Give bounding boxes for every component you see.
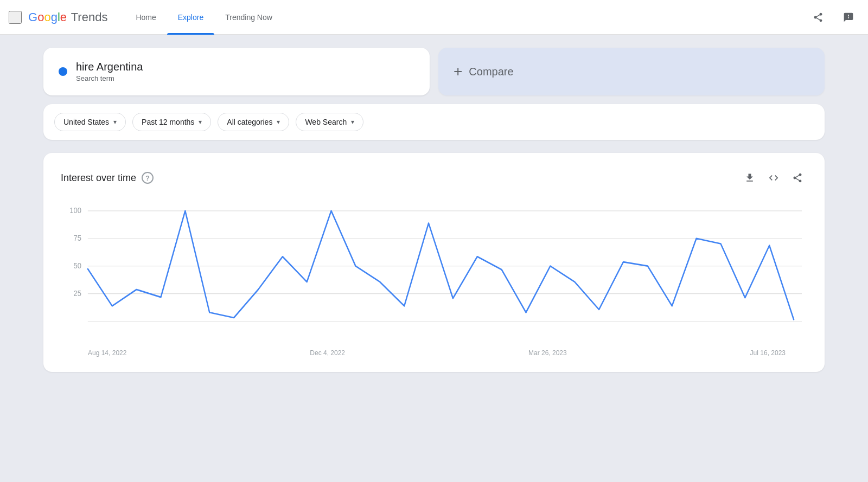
feedback-icon <box>843 12 854 23</box>
compare-label-text: Compare <box>469 66 513 78</box>
search-area: hire Argentina Search term + Compare <box>43 48 825 95</box>
nav-trending[interactable]: Trending Now <box>214 0 283 35</box>
nav-home[interactable]: Home <box>125 0 167 35</box>
search-type-text: Search term <box>76 74 143 82</box>
chart-svg: 100 75 50 25 <box>61 205 807 346</box>
chart-share-button[interactable] <box>788 168 807 188</box>
time-chevron-icon: ▾ <box>199 118 202 126</box>
region-filter-label: United States <box>63 118 109 126</box>
chart-actions <box>740 168 807 188</box>
chart-title-area: Interest over time ? <box>61 172 154 184</box>
x-label-mar: Mar 26, 2023 <box>528 349 567 357</box>
x-label-dec: Dec 4, 2022 <box>310 349 345 357</box>
search-type-filter[interactable]: Web Search ▾ <box>296 113 363 131</box>
chart-header: Interest over time ? <box>61 168 807 188</box>
category-filter[interactable]: All categories ▾ <box>218 113 289 131</box>
header-right <box>807 7 859 28</box>
category-chevron-icon: ▾ <box>277 118 280 126</box>
compare-card[interactable]: + Compare <box>438 48 825 95</box>
download-button[interactable] <box>740 168 760 188</box>
svg-text:100: 100 <box>69 207 81 215</box>
search-text-area: hire Argentina Search term <box>76 61 143 82</box>
logo: Google Trends <box>28 10 107 24</box>
header-left: Google Trends <box>9 10 107 24</box>
header: Google Trends Home Explore Trending Now <box>0 0 868 35</box>
region-chevron-icon: ▾ <box>113 118 117 126</box>
category-filter-label: All categories <box>227 118 272 126</box>
chart-card: Interest over time ? <box>43 153 825 372</box>
search-type-filter-label: Web Search <box>305 118 347 126</box>
feedback-button[interactable] <box>838 7 859 28</box>
x-labels: Aug 14, 2022 Dec 4, 2022 Mar 26, 2023 Ju… <box>61 346 807 357</box>
x-label-jul: Jul 16, 2023 <box>750 349 786 357</box>
chart-container: 100 75 50 25 <box>61 205 807 346</box>
svg-text:50: 50 <box>73 262 81 271</box>
embed-button[interactable] <box>764 168 783 188</box>
menu-button[interactable] <box>9 11 22 24</box>
download-icon <box>744 172 755 183</box>
svg-text:25: 25 <box>73 289 81 298</box>
svg-text:75: 75 <box>73 234 81 243</box>
time-filter[interactable]: Past 12 months ▾ <box>132 113 211 131</box>
time-filter-label: Past 12 months <box>142 118 194 126</box>
region-filter[interactable]: United States ▾ <box>54 113 126 131</box>
help-icon[interactable]: ? <box>142 172 154 184</box>
filter-bar: United States ▾ Past 12 months ▾ All cat… <box>43 104 825 140</box>
embed-icon <box>768 172 779 183</box>
search-dot <box>59 67 67 76</box>
chart-share-icon <box>792 172 803 183</box>
chart-title-text: Interest over time <box>61 172 136 184</box>
logo-trends-text: Trends <box>68 10 107 24</box>
share-button[interactable] <box>807 7 829 28</box>
search-term-text: hire Argentina <box>76 61 143 73</box>
compare-plus-icon: + <box>454 64 462 79</box>
search-type-chevron-icon: ▾ <box>351 118 354 126</box>
x-label-aug: Aug 14, 2022 <box>88 349 126 357</box>
main-content: hire Argentina Search term + Compare Uni… <box>0 35 868 385</box>
nav-explore[interactable]: Explore <box>167 0 214 35</box>
share-icon <box>813 12 824 23</box>
logo-google-text: Google <box>28 10 67 24</box>
search-card: hire Argentina Search term <box>43 48 430 95</box>
main-nav: Home Explore Trending Now <box>125 0 283 35</box>
